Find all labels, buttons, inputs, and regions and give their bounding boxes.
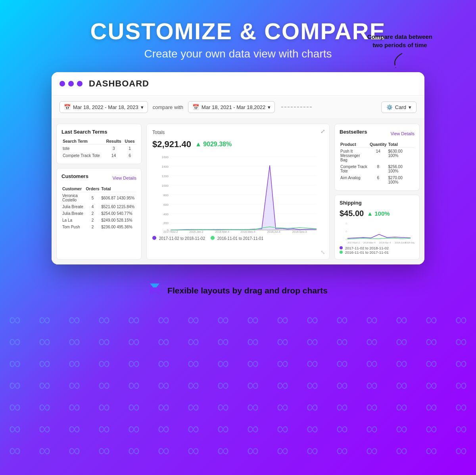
shipping-legend-label-2: 2016-11-01 to 2017-11-01 — [345, 250, 389, 255]
customers-view-details[interactable]: View Details — [113, 176, 136, 180]
col-total: Total — [388, 141, 415, 148]
card-dropdown-arrow: ▾ — [409, 104, 411, 110]
svg-text:800: 800 — [163, 193, 169, 197]
shipping-growth-arrow: ▲ — [367, 210, 373, 217]
svg-text:2018-Sep-3: 2018-Sep-3 — [405, 241, 415, 244]
shipping-legend-dot-2 — [340, 251, 343, 254]
table-row: Compete TrackTote 8 $256.00 100% — [340, 163, 415, 174]
customer-total-4: $249.00 528.15% — [100, 217, 136, 224]
totals-chart-growth: ▲ 9029.38% — [195, 141, 232, 148]
bestsellers-widget: Bestsellers View Details Product Quantit… — [334, 124, 420, 191]
shipping-chart: ☆ ☆ ☆ 2017-Nov-2 2018-Mar-4 2018-Apr-4 2… — [340, 220, 415, 244]
customers-table: Customer Orders Total VeronicaCostello 5… — [61, 186, 136, 230]
compare-with-label: compare with — [153, 104, 183, 110]
customer-total-3: $254.00 540.77% — [100, 210, 136, 217]
date-range-picker-1[interactable]: 📅 Mar 18, 2022 - Mar 18, 2023 ▾ — [60, 101, 148, 113]
shipping-legend-dot-1 — [340, 246, 343, 249]
svg-text:2018-Sep-3: 2018-Sep-3 — [292, 230, 307, 233]
calendar-icon-2: 📅 — [192, 104, 199, 110]
svg-marker-20 — [171, 165, 317, 230]
uses-1: 1 — [123, 145, 136, 152]
drag-handle-icon[interactable]: ⤡ — [321, 249, 325, 255]
svg-text:2018-Mar-4: 2018-Mar-4 — [363, 241, 376, 244]
customer-orders-1: 5 — [85, 192, 101, 204]
card-button[interactable]: ⚙️ Card ▾ — [381, 102, 416, 113]
window-titlebar: DASHBOARD — [52, 72, 424, 96]
bestsellers-view-details[interactable]: View Details — [391, 131, 415, 136]
svg-text:2018-Apr-4: 2018-Apr-4 — [379, 241, 391, 244]
results-1: 3 — [104, 145, 123, 152]
table-row: Julia Breate 2 $254.00 540.77% — [61, 210, 136, 217]
col-customer: Customer — [61, 186, 85, 192]
customer-orders-2: 4 — [85, 203, 101, 210]
shipping-widget: Shipping $45.00 ▲ 100% ☆ ☆ ☆ — [334, 195, 420, 260]
date-range-1-text: Mar 18, 2022 - Mar 18, 2023 — [73, 104, 138, 110]
total-3: $270.00 100% — [388, 174, 415, 186]
connector-line — [281, 107, 313, 107]
header-section: CUSTOMIZE & COMPARE Create your own data… — [90, 0, 386, 72]
svg-text:1200: 1200 — [161, 174, 169, 178]
gear-icon: ⚙️ — [386, 104, 393, 110]
customer-total-1: $606.87 1430.95% — [100, 192, 136, 204]
quantity-2: 8 — [369, 163, 388, 174]
total-2: $256.00 100% — [388, 163, 415, 174]
dashboard-wrapper: Compare data betweentwo periods of time … — [52, 72, 424, 264]
legend-item-2: 2016-11-01 to 2017-11-01 — [211, 236, 263, 241]
totals-chart-title: Totals — [152, 130, 165, 135]
shipping-legend-item-1: 2017-11-02 to 2018-11-02 — [340, 246, 415, 250]
legend-item-1: 2017-11-02 to 2018-11-02 — [152, 236, 205, 241]
search-term-2: Compete Track Tote — [61, 152, 104, 159]
page-subtitle: Create your own data view with charts — [90, 48, 386, 60]
col-results: Results — [104, 138, 123, 145]
customer-orders-5: 2 — [85, 224, 101, 230]
window-dot-2 — [68, 81, 74, 86]
dashboard-toolbar: 📅 Mar 18, 2022 - Mar 18, 2023 ▾ compare … — [52, 96, 424, 119]
search-terms-widget: Last Search Terms Search Term Results Us… — [56, 124, 142, 164]
dropdown-arrow-2: ▾ — [268, 104, 271, 110]
customer-orders-4: 2 — [85, 217, 101, 224]
totals-chart-value: $2,921.40 — [152, 139, 191, 149]
maximize-icon[interactable]: ⤢ — [321, 128, 325, 134]
page-title: CUSTOMIZE & COMPARE — [90, 18, 386, 44]
search-terms-title: Last Search Terms — [61, 129, 136, 135]
date-range-picker-2[interactable]: 📅 Mar 18, 2021 - Mar 18,2022 ▾ — [188, 101, 275, 113]
svg-text:400: 400 — [163, 213, 169, 216]
drag-annotation-text: Flexible layouts by drag and drop charts — [167, 286, 328, 295]
shipping-legend-label-1: 2017-11-02 to 2018-11-02 — [345, 246, 389, 250]
customer-orders-3: 2 — [85, 210, 101, 217]
shipping-value: $45.00 — [340, 209, 364, 218]
bestsellers-table: Product Quantity Total Push ItMessenger … — [340, 141, 415, 186]
customer-name-3: Julia Breate — [61, 210, 85, 217]
legend-dot-1 — [152, 236, 156, 240]
col-quantity: Quantity — [369, 141, 388, 148]
table-row: Julia Breate 4 $521.60 1215.84% — [61, 203, 136, 210]
svg-text:1400: 1400 — [161, 165, 169, 169]
table-row: La La 2 $249.00 528.15% — [61, 217, 136, 224]
chart-legend: 2017-11-02 to 2018-11-02 2016-11-01 to 2… — [152, 236, 324, 241]
background-pattern: ∞ ∞ ∞ ∞ ∞ ∞ ∞ ∞ ∞ ∞ ∞ ∞ ∞ ∞ ∞ ∞ ∞ ∞ ∞ ∞ … — [0, 308, 476, 475]
svg-text:2018-Mar-4: 2018-Mar-4 — [215, 230, 229, 233]
search-term-1: tote — [61, 145, 104, 152]
quantity-3: 6 — [369, 174, 388, 186]
card-button-label: Card — [395, 104, 406, 110]
totals-chart-widget: Totals $2,921.40 ▲ 9029.38% ⤢ 1600 1400 — [146, 124, 330, 260]
uses-2: 6 — [123, 152, 136, 159]
bestsellers-widget-header: Bestsellers View Details — [340, 129, 415, 138]
customers-widget: Customers View Details Customer Orders T… — [56, 168, 142, 260]
customer-name-2: Julia Breate — [61, 203, 85, 210]
svg-text:200: 200 — [163, 221, 169, 225]
window-dot-1 — [60, 81, 65, 86]
col-total: Total — [100, 186, 136, 192]
date-range-2-text: Mar 18, 2021 - Mar 18,2022 — [202, 104, 265, 110]
chart-area: 1600 1400 1200 1000 800 600 400 200 0 — [152, 153, 324, 233]
col-orders: Orders — [85, 186, 101, 192]
results-2: 14 — [104, 152, 123, 159]
svg-text:2018-May-4: 2018-May-4 — [240, 230, 255, 233]
col-uses: Uses — [123, 138, 136, 145]
shipping-legend: 2017-11-02 to 2018-11-02 2016-11-01 to 2… — [340, 246, 415, 255]
shipping-legend-item-2: 2016-11-01 to 2017-11-01 — [340, 250, 415, 255]
total-1: $630.00 100% — [388, 148, 415, 164]
customer-name-4: La La — [61, 217, 85, 224]
customer-total-2: $521.60 1215.84% — [100, 203, 136, 210]
dropdown-arrow-1: ▾ — [141, 104, 144, 110]
